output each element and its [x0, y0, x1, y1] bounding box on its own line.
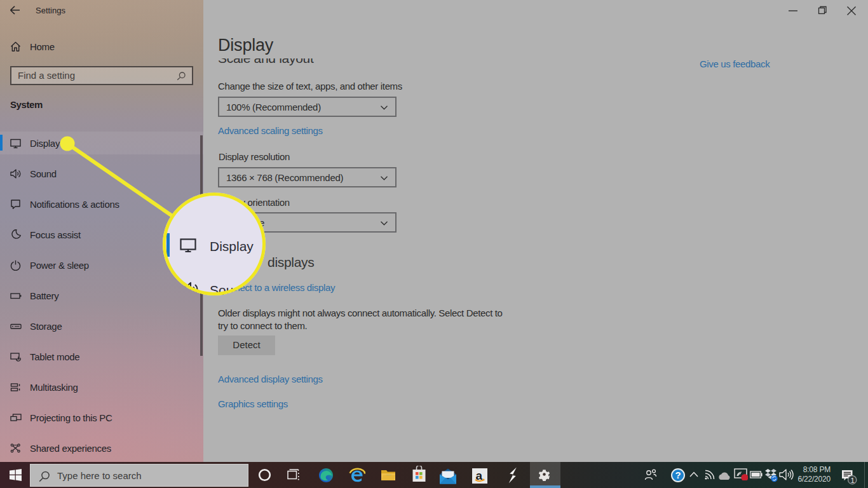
svg-text:1: 1 [851, 477, 855, 484]
